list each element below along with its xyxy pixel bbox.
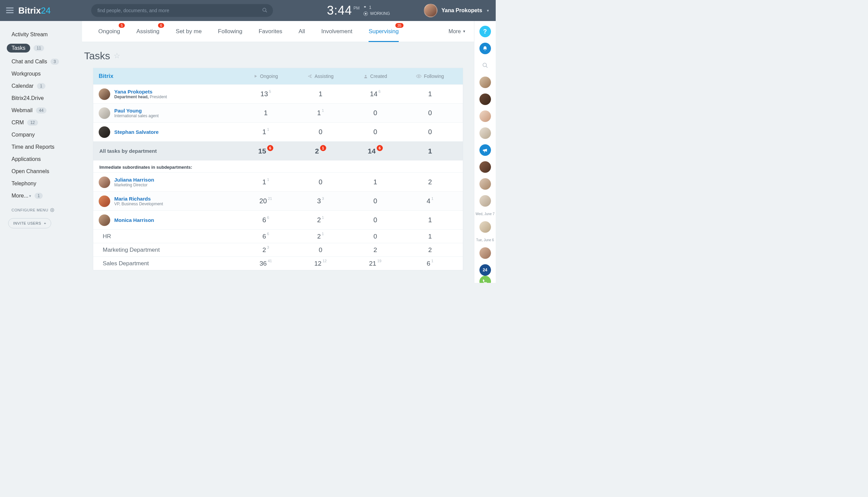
avatar[interactable]	[99, 176, 110, 188]
contact-avatar[interactable]	[480, 161, 491, 173]
department-row[interactable]: Sales Department36411212211961	[93, 256, 463, 270]
tab[interactable]: Assisting6	[128, 21, 167, 42]
tab-label: Supervising	[369, 28, 399, 35]
sidebar-item[interactable]: Bitrix24.Drive	[0, 92, 82, 104]
sidebar-item[interactable]: CRM12	[0, 116, 82, 129]
avatar[interactable]	[99, 108, 110, 119]
sidebar-item[interactable]: Tasks11	[0, 41, 82, 56]
tab[interactable]: Following	[210, 21, 251, 42]
tabs-more[interactable]: More ▼	[449, 28, 466, 34]
contact-avatar[interactable]	[480, 195, 491, 207]
department-row[interactable]: HR662101	[93, 229, 463, 243]
person-name[interactable]: Monica Harrison	[114, 217, 154, 223]
tab[interactable]: Set by me	[167, 21, 210, 42]
contact-avatar[interactable]	[480, 178, 491, 190]
tab-label: Set by me	[176, 28, 202, 35]
person-name[interactable]: Paul Young	[114, 108, 159, 113]
invite-users-button[interactable]: INVITE USERS +	[8, 218, 51, 228]
department-name: Sales Department	[99, 260, 238, 267]
subordinates-heading: Immediate subordinates in subdepartments…	[93, 160, 463, 172]
person-name[interactable]: Yana Prokopets	[114, 89, 167, 95]
sidebar-item[interactable]: More... ▾1	[0, 190, 82, 202]
menu-toggle-icon[interactable]	[6, 8, 14, 14]
cell: 21	[293, 216, 348, 224]
help-button[interactable]: ?	[480, 26, 491, 37]
cell: 61	[403, 260, 458, 267]
sidebar-item[interactable]: Telephony	[0, 178, 82, 190]
sidebar-item-label: CRM	[12, 119, 24, 126]
contact-avatar[interactable]	[480, 94, 491, 105]
tab-label: Involvement	[321, 28, 353, 35]
sidebar-item[interactable]: Company	[0, 129, 82, 141]
logo[interactable]: Bitrix24	[18, 5, 51, 16]
sidebar-item-label: Time and Reports	[12, 144, 55, 150]
rail-search[interactable]	[480, 60, 491, 71]
cell: 11	[238, 128, 293, 136]
sidebar-item-label: Workgroups	[12, 71, 41, 77]
share-icon	[307, 74, 312, 79]
play-icon	[253, 74, 258, 78]
announcements-button[interactable]	[480, 144, 491, 156]
search-input[interactable]	[91, 4, 273, 17]
cell: 2119	[348, 260, 403, 267]
contact-avatar[interactable]	[480, 247, 491, 259]
contact-avatar[interactable]	[480, 76, 491, 88]
configure-menu-label: CONFIGURE MENU	[12, 208, 48, 212]
cell: 0	[403, 109, 458, 117]
person-name[interactable]: Juliana Harrison	[114, 177, 154, 183]
bell-icon	[482, 46, 488, 52]
eye-icon	[416, 73, 422, 79]
sidebar-badge: 1	[37, 83, 45, 89]
sidebar-item[interactable]: Applications	[0, 153, 82, 165]
logo-text-a: Bitrix	[18, 5, 41, 16]
call-button[interactable]	[480, 276, 491, 283]
col-created[interactable]: Created	[348, 73, 403, 79]
contact-avatar[interactable]	[480, 221, 491, 233]
cell: 66	[238, 233, 293, 240]
avatar[interactable]	[99, 88, 110, 100]
cell: 21	[293, 233, 348, 240]
cell: 66	[238, 216, 293, 224]
contact-avatar[interactable]	[480, 111, 491, 122]
table-header: Bitrix Ongoing Assisting Created	[93, 68, 463, 84]
avatar[interactable]	[99, 126, 110, 138]
bitrix24-app-icon[interactable]: 24	[480, 264, 491, 276]
sidebar-item[interactable]: Time and Reports	[0, 141, 82, 153]
sidebar-item[interactable]: Workgroups	[0, 68, 82, 80]
sidebar-item-label: More...	[12, 193, 28, 199]
contact-avatar[interactable]	[480, 127, 491, 139]
department-row[interactable]: Marketing Department23022	[93, 243, 463, 256]
sidebar-item[interactable]: Chat and Calls3	[0, 56, 82, 68]
star-icon[interactable]: ☆	[114, 52, 120, 60]
sidebar-item[interactable]: Calendar1	[0, 80, 82, 92]
configure-menu[interactable]: CONFIGURE MENU	[0, 202, 82, 215]
cell: 0	[403, 128, 458, 136]
cell: 1	[403, 216, 458, 224]
sidebar-item-label: Bitrix24.Drive	[12, 95, 44, 101]
svg-line-6	[486, 66, 487, 68]
tab[interactable]: Ongoing5	[90, 21, 128, 42]
col-following[interactable]: Following	[403, 73, 458, 79]
col-ongoing[interactable]: Ongoing	[238, 73, 293, 79]
notifications-button[interactable]	[480, 43, 491, 54]
tab[interactable]: Involvement	[313, 21, 361, 42]
search-icon[interactable]	[262, 8, 267, 13]
person-name[interactable]: Stephan Salvatore	[114, 129, 159, 135]
tab[interactable]: Favorites	[251, 21, 291, 42]
table-row: Yana ProkopetsDepartment head, President…	[93, 84, 463, 103]
sidebar-item[interactable]: Open Channels	[0, 165, 82, 178]
phone-icon	[482, 279, 488, 283]
tab[interactable]: All	[291, 21, 313, 42]
user-menu[interactable]: Yana Prokopets ▼	[424, 4, 490, 17]
cell: 1	[403, 233, 458, 240]
tab[interactable]: Supervising35	[360, 21, 407, 42]
cell: 23	[238, 246, 293, 254]
sidebar-item[interactable]: Webmail44	[0, 104, 82, 116]
person-name[interactable]: Maria Richards	[114, 196, 163, 202]
avatar[interactable]	[99, 196, 110, 207]
col-assisting[interactable]: Assisting	[293, 73, 348, 79]
avatar[interactable]	[99, 214, 110, 226]
tab-label: All	[299, 28, 305, 35]
sidebar-item[interactable]: Activity Stream	[0, 28, 82, 41]
org-name[interactable]: Bitrix	[99, 73, 238, 80]
